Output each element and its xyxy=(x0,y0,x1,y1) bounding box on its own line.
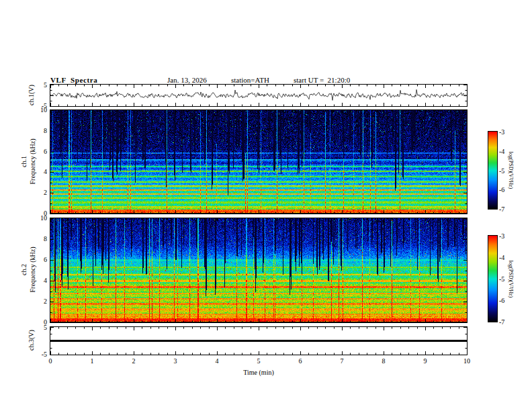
ch3-waveform-panel xyxy=(50,326,468,355)
y-tick-label: 4 xyxy=(31,277,47,284)
y-tick-label: 2 xyxy=(31,189,47,196)
vlf-spectra-plot: VLF Spectra Jan. 13, 2026 station=ATH st… xyxy=(0,0,532,411)
x-tick-label: 2 xyxy=(124,357,144,365)
plot-title: VLF Spectra xyxy=(50,76,97,84)
x-tick-label: 4 xyxy=(207,357,227,365)
plot-start-ut: start UT = 21:20:0 xyxy=(294,76,350,84)
y-tick-label: -5 xyxy=(31,351,47,358)
colorbar-tick-label: -6 xyxy=(499,297,511,304)
colorbar-tick-label: -5 xyxy=(499,275,511,283)
x-tick-label: 1 xyxy=(82,357,102,365)
x-axis-label: Time (min) xyxy=(218,369,299,376)
y-tick-label: 8 xyxy=(31,235,47,242)
x-tick-label: 3 xyxy=(165,357,185,365)
x-tick-label: 8 xyxy=(373,357,394,365)
colorbar-tick-label: -5 xyxy=(499,167,511,175)
ch1-waveform-panel xyxy=(50,84,468,107)
ch2-spectrogram-canvas xyxy=(50,218,467,322)
colorbar-ch1 xyxy=(488,131,498,210)
ch1-spec-name: ch.1 xyxy=(20,148,28,175)
colorbar-tick-label: -3 xyxy=(499,232,511,240)
x-tick-label: 6 xyxy=(290,357,310,365)
x-tick-label: 7 xyxy=(332,357,352,365)
ch1-spectrogram-canvas xyxy=(50,110,467,214)
colorbar-tick-label: -7 xyxy=(499,318,511,326)
plot-date: Jan. 13, 2026 xyxy=(167,76,207,84)
y-tick-label: 6 xyxy=(31,256,47,263)
ch3-waveform-canvas xyxy=(50,327,467,355)
ch2-spec-name: ch.2 xyxy=(20,257,28,283)
y-tick-label: 8 xyxy=(31,127,47,134)
y-tick-label: 4 xyxy=(31,168,47,175)
y-tick-label: 10 xyxy=(31,214,47,222)
x-tick-label: 9 xyxy=(415,357,435,365)
ch1-spectrogram-panel xyxy=(50,109,468,214)
colorbar-tick-label: -6 xyxy=(499,186,511,193)
colorbar-tick-label: -3 xyxy=(499,128,511,136)
ch1-waveform-canvas xyxy=(50,85,467,106)
y-tick-label: 5 xyxy=(31,324,47,331)
y-tick-label: 5 xyxy=(31,81,47,89)
x-tick-label: 10 xyxy=(457,357,477,365)
ch2-spec-ylabel: Frequency (kHz) xyxy=(29,236,36,304)
colorbar-ch2 xyxy=(488,235,498,322)
y-tick-label: 2 xyxy=(31,298,47,305)
y-tick-label: -5 xyxy=(31,102,47,109)
ch1-spec-ylabel: Frequency (kHz) xyxy=(29,128,36,195)
colorbar-tick-label: -7 xyxy=(499,205,511,213)
x-tick-label: 0 xyxy=(40,357,60,365)
x-tick-label: 5 xyxy=(249,357,269,365)
y-tick-label: 6 xyxy=(31,148,47,155)
colorbar-tick-label: -4 xyxy=(499,148,511,155)
plot-station: station=ATH xyxy=(231,76,269,84)
ch2-spectrogram-panel xyxy=(50,218,468,323)
colorbar-tick-label: -4 xyxy=(499,254,511,261)
